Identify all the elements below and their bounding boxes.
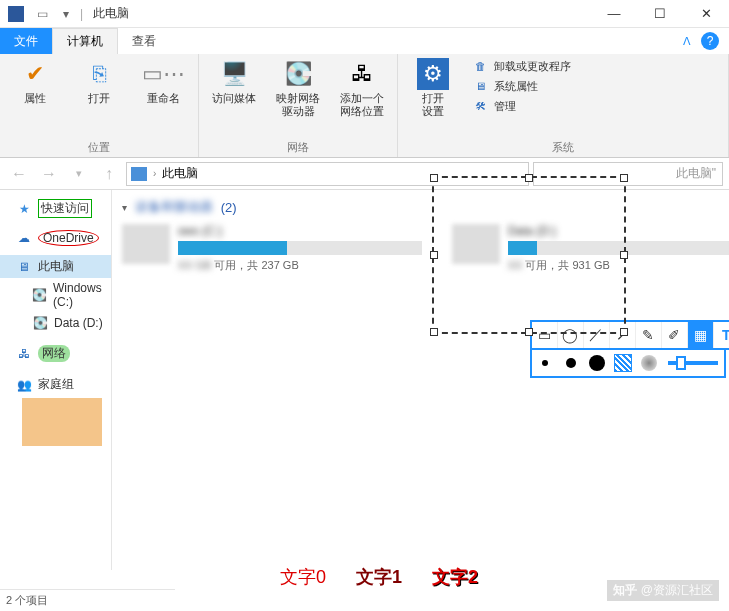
handle-w[interactable] <box>430 251 438 259</box>
tool-marker[interactable]: ✐ <box>662 322 688 348</box>
back-button[interactable]: ← <box>6 161 32 187</box>
ribbon: ✔ 属性 ⎘ 打开 ▭⋯ 重命名 位置 🖥️ 访问媒体 💽 映射网络 驱动器 <box>0 54 729 158</box>
forward-button[interactable]: → <box>36 161 62 187</box>
network-label: 网络 <box>38 345 70 362</box>
system-properties-item[interactable]: 🖥系统属性 <box>472 78 571 94</box>
drive-c-capacity: XX GB 可用，共 237 GB <box>178 258 422 273</box>
group-label-location: 位置 <box>10 138 188 155</box>
handle-sw[interactable] <box>430 328 438 336</box>
tab-computer[interactable]: 计算机 <box>52 28 118 54</box>
tab-view[interactable]: 查看 <box>118 28 170 54</box>
maximize-button[interactable]: ☐ <box>637 0 683 28</box>
search-hint: 此电脑" <box>676 165 716 182</box>
handle-e[interactable] <box>620 251 628 259</box>
minimize-button[interactable]: — <box>591 0 637 28</box>
drive-c[interactable]: ows (C:) XX GB 可用，共 237 GB <box>122 224 422 273</box>
sidebar-item-quickaccess[interactable]: ★ 快速访问 <box>0 196 111 221</box>
rename-button[interactable]: ▭⋯ 重命名 <box>138 58 188 105</box>
system-list: 🗑卸载或更改程序 🖥系统属性 🛠管理 <box>472 58 571 114</box>
ribbon-group-system: ⚙ 打开 设置 🗑卸载或更改程序 🖥系统属性 🛠管理 系统 <box>398 54 729 157</box>
ribbon-tabs: 文件 计算机 查看 ᐱ ? <box>0 28 729 54</box>
drive-icon: 💽 <box>282 58 314 90</box>
size-slider[interactable] <box>668 361 718 365</box>
sidebar-item-drive-d[interactable]: 💽 Data (D:) <box>0 312 111 334</box>
tool-mosaic[interactable]: ▦ <box>688 322 714 348</box>
drive-d-label: Data (D:) <box>54 316 103 330</box>
watermark: 知乎 @资源汇社区 <box>607 580 719 601</box>
help-icon[interactable]: ? <box>701 32 719 50</box>
rename-icon: ▭⋯ <box>147 58 179 90</box>
handle-se[interactable] <box>620 328 628 336</box>
homegroup-label: 家庭组 <box>38 376 74 393</box>
chevron-right-icon: › <box>153 168 156 179</box>
quickaccess-label: 快速访问 <box>38 199 92 218</box>
status-bar: 2 个项目 <box>0 589 175 611</box>
heading-count: (2) <box>221 200 237 215</box>
ribbon-group-network: 🖥️ 访问媒体 💽 映射网络 驱动器 🖧 添加一个 网络位置 网络 <box>199 54 398 157</box>
heading-text-blurred: 设备和驱动器 <box>135 198 213 216</box>
ribbon-group-location: ✔ 属性 ⎘ 打开 ▭⋯ 重命名 位置 <box>0 54 199 157</box>
selection-marquee[interactable] <box>432 176 626 334</box>
drive-c-name: ows (C:) <box>178 224 422 238</box>
access-media-button[interactable]: 🖥️ 访问媒体 <box>209 58 259 105</box>
manage-item[interactable]: 🛠管理 <box>472 98 571 114</box>
annotation-text-2: 文字2 <box>432 565 478 589</box>
ribbon-collapse-icon[interactable]: ᐱ <box>683 35 691 48</box>
handle-s[interactable] <box>525 328 533 336</box>
tab-file[interactable]: 文件 <box>0 28 52 54</box>
sidebar-item-homegroup[interactable]: 👥 家庭组 <box>0 373 111 396</box>
handle-n[interactable] <box>525 174 533 182</box>
network-location-icon: 🖧 <box>346 58 378 90</box>
sidebar-item-drive-c[interactable]: 💽 Windows (C:) <box>0 278 111 312</box>
app-icon <box>8 6 24 22</box>
properties-button[interactable]: ✔ 属性 <box>10 58 60 105</box>
titlebar: ▭ ▾ | 此电脑 — ☐ ✕ <box>0 0 729 28</box>
up-button[interactable]: ↑ <box>96 161 122 187</box>
gear-icon: ⚙ <box>417 58 449 90</box>
map-drive-button[interactable]: 💽 映射网络 驱动器 <box>273 58 323 118</box>
size-medium[interactable] <box>558 350 584 376</box>
size-large[interactable] <box>584 350 610 376</box>
sidebar-item-onedrive[interactable]: ☁ OneDrive <box>0 227 111 249</box>
annotation-block <box>22 398 102 446</box>
pattern-hatch[interactable] <box>610 350 636 376</box>
watermark-brand: 知乎 <box>613 582 637 599</box>
window-title: 此电脑 <box>93 5 129 22</box>
quick-access-toolbar: ▭ ▾ <box>32 4 76 24</box>
chevron-down-icon: ▾ <box>122 202 127 213</box>
snip-options <box>530 350 726 378</box>
devices-heading[interactable]: ▾ 设备和驱动器 (2) <box>122 198 729 216</box>
recent-dropdown[interactable]: ▾ <box>66 161 92 187</box>
qat-properties-icon[interactable]: ▭ <box>32 4 52 24</box>
text-annotations: 文字0 文字1 文字2 <box>280 565 478 589</box>
annotation-text-1: 文字1 <box>356 565 402 589</box>
thispc-label: 此电脑 <box>38 258 74 275</box>
sidebar-item-thispc[interactable]: 🖥 此电脑 <box>0 255 111 278</box>
uninstall-programs-item[interactable]: 🗑卸载或更改程序 <box>472 58 571 74</box>
add-location-button[interactable]: 🖧 添加一个 网络位置 <box>337 58 387 118</box>
network-icon: 🖧 <box>16 346 32 362</box>
tool-text[interactable]: T <box>714 322 729 348</box>
uninstall-icon: 🗑 <box>472 58 488 74</box>
open-settings-button[interactable]: ⚙ 打开 设置 <box>408 58 458 118</box>
size-small[interactable] <box>532 350 558 376</box>
qat-dropdown-icon[interactable]: ▾ <box>56 4 76 24</box>
media-icon: 🖥️ <box>218 58 250 90</box>
drive-c-icon <box>122 224 170 264</box>
pattern-blur[interactable] <box>636 350 662 376</box>
open-icon: ⎘ <box>83 58 115 90</box>
group-label-system: 系统 <box>408 138 718 155</box>
handle-nw[interactable] <box>430 174 438 182</box>
close-button[interactable]: ✕ <box>683 0 729 28</box>
tool-pen[interactable]: ✎ <box>636 322 662 348</box>
manage-icon: 🛠 <box>472 98 488 114</box>
group-label-network: 网络 <box>209 138 387 155</box>
content-pane: ▾ 设备和驱动器 (2) ows (C:) XX GB 可用，共 237 GB … <box>112 190 729 570</box>
sidebar-item-network[interactable]: 🖧 网络 <box>0 342 111 365</box>
handle-ne[interactable] <box>620 174 628 182</box>
open-button[interactable]: ⎘ 打开 <box>74 58 124 105</box>
annotation-text-0: 文字0 <box>280 565 326 589</box>
checkmark-icon: ✔ <box>19 58 51 90</box>
star-icon: ★ <box>16 201 32 217</box>
drive-c-bar <box>178 241 422 255</box>
